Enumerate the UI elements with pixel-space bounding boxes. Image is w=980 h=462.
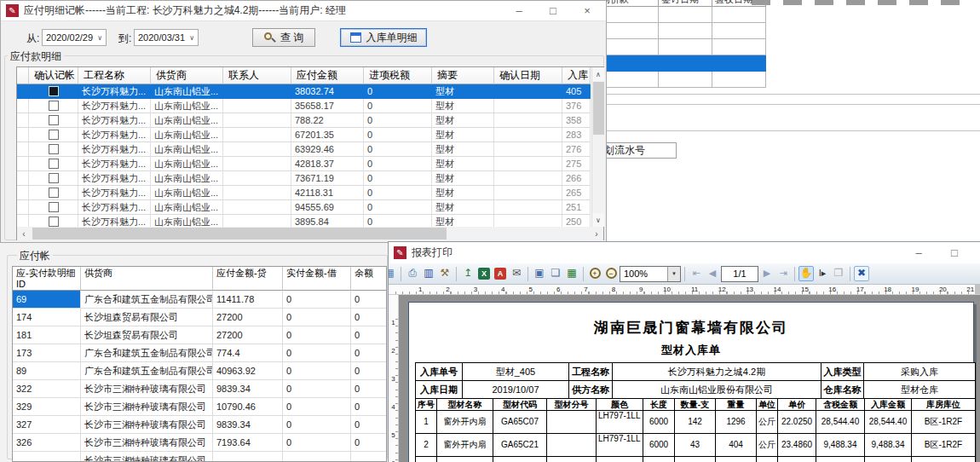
export-grid-icon[interactable]: ▦ xyxy=(389,266,397,281)
column-header[interactable]: 进项税额 xyxy=(364,67,432,84)
confirm-checkbox[interactable] xyxy=(49,101,59,111)
column-header[interactable]: 工程名称 xyxy=(78,67,151,84)
table-row[interactable]: 329 长沙市三湘特种玻璃有限公司 10790.46 0 0 xyxy=(13,398,386,416)
table-row[interactable]: 181 长沙坦森贸易有限公司 27200 0 0 xyxy=(13,326,386,344)
background-column-header[interactable]: 验收日期 xyxy=(712,0,766,7)
background-column-header[interactable]: 签订日期 xyxy=(659,0,712,7)
column-header[interactable]: 应付金额 xyxy=(291,67,364,84)
table-row[interactable]: 长沙万科魅力... 山东南山铝业... 42818.37 0 型材 275 xyxy=(17,157,603,171)
zoom-level-select[interactable]: 100% ▼ xyxy=(620,266,681,282)
maximize-button[interactable]: □ xyxy=(536,1,570,21)
table-row[interactable]: 326 长沙市三湘特种玻璃有限公司 7193.64 0 0 xyxy=(13,434,386,452)
background-table-row[interactable] xyxy=(589,23,765,39)
text-select-tool-icon[interactable]: I▸ xyxy=(815,266,830,281)
confirm-checkbox[interactable] xyxy=(49,86,59,96)
from-date-select[interactable]: 2020/02/29 ∨ xyxy=(42,29,107,46)
confirm-checkbox[interactable] xyxy=(49,130,59,140)
table-row[interactable]: 长沙万科魅力... 山东南山铝业... 94555.69 0 型材 251 xyxy=(17,200,603,215)
confirm-checkbox[interactable] xyxy=(49,173,59,183)
query-button[interactable]: 查 询 xyxy=(252,28,315,47)
hand-tool-icon[interactable]: ✋ xyxy=(798,266,814,281)
close-button[interactable]: × xyxy=(570,1,604,21)
vertical-scrollbar[interactable]: ∧ ∨ xyxy=(591,67,604,227)
background-table-row[interactable] xyxy=(589,39,765,55)
scroll-left-icon[interactable]: ‹ xyxy=(17,227,31,240)
table-row[interactable]: 长沙万科魅力... 山东南山铝业... 788.22 0 型材 358 xyxy=(17,113,603,128)
horizontal-scrollbar[interactable]: ‹ › xyxy=(17,227,603,240)
title-bar[interactable]: ✎ 应付明细记帐------当前工程: 长沙万科魅力之城4.2期------当前… xyxy=(1,1,606,21)
column-header[interactable]: 余额 xyxy=(351,267,387,291)
amount-cell: 63929.46 xyxy=(291,142,364,157)
print-icon[interactable]: ⎙ xyxy=(405,266,420,281)
next-page-button[interactable]: ▶ xyxy=(759,266,775,281)
table-row[interactable]: 长沙市三湘特种玻璃有限公司 xyxy=(13,452,386,462)
confirm-checkbox[interactable] xyxy=(49,115,59,125)
scrollbar-thumb[interactable] xyxy=(593,82,604,135)
data-grid-icon[interactable]: ▦ xyxy=(564,266,579,281)
previous-page-button[interactable]: ◀ xyxy=(705,266,720,281)
column-header[interactable]: 应付金额-贷 xyxy=(213,267,283,291)
inbound-detail-button[interactable]: 入库单明细 xyxy=(340,28,427,47)
zoom-in-icon[interactable]: + xyxy=(587,266,602,281)
detail-column-header: 单价 xyxy=(778,399,816,411)
last-page-button[interactable]: ⇥ xyxy=(775,266,791,281)
column-header[interactable]: 摘要 xyxy=(432,67,494,84)
first-page-button[interactable]: ⇤ xyxy=(689,266,704,281)
minimize-button[interactable]: – xyxy=(502,1,536,21)
column-header[interactable]: 供货商 xyxy=(81,267,213,291)
minimize-button[interactable]: – xyxy=(902,243,936,263)
maximize-button[interactable]: □ xyxy=(937,243,971,263)
row-header xyxy=(17,186,29,200)
book-icon[interactable]: ▥ xyxy=(421,266,436,281)
title-bar[interactable]: ✎ 报表打印 – □ × xyxy=(389,242,980,263)
page-setup-icon[interactable]: ❏ xyxy=(548,266,563,281)
pdf-export-icon[interactable]: A xyxy=(493,266,508,281)
close-button[interactable]: × xyxy=(971,243,980,263)
settings-tools-icon[interactable]: ⚒ xyxy=(437,266,453,281)
copy-icon[interactable]: ❐ xyxy=(831,266,846,281)
close-preview-icon[interactable]: ✖ xyxy=(854,266,869,281)
table-row[interactable]: 长沙万科魅力... 山东南山铝业... 38032.74 0 型材 405 xyxy=(17,84,603,99)
table-row[interactable]: 69 广东合和建筑五金制品有限公司 11411.78 0 0 xyxy=(13,291,386,309)
table-row[interactable]: 长沙万科魅力... 山东南山铝业... 67201.35 0 型材 283 xyxy=(17,128,603,142)
mail-icon[interactable]: ✉ xyxy=(509,266,524,281)
column-header[interactable]: 确认日期 xyxy=(494,67,562,84)
table-row[interactable]: 长沙万科魅力... 山东南山铝业... 63929.46 0 型材 276 xyxy=(17,142,603,157)
scroll-right-icon[interactable]: › xyxy=(590,227,603,240)
table-row[interactable]: 327 长沙市三湘特种玻璃有限公司 9839.34 0 0 xyxy=(13,416,386,434)
confirm-checkbox[interactable] xyxy=(49,188,59,198)
background-table-row[interactable] xyxy=(589,72,765,88)
column-header[interactable]: 应-实付款明细ID xyxy=(13,267,81,291)
dropdown-arrow-icon[interactable]: ▼ xyxy=(667,267,680,281)
scrollbar-thumb[interactable] xyxy=(32,228,447,240)
table-row[interactable]: 长沙万科魅力... 山东南山铝业... 35658.17 0 型材 376 xyxy=(17,99,603,113)
table-row[interactable]: 322 长沙市三湘特种玻璃有限公司 9839.34 0 0 xyxy=(13,380,386,398)
column-header[interactable]: 联系人 xyxy=(223,67,291,84)
page-indicator-input[interactable]: 1/1 xyxy=(721,266,758,282)
column-header[interactable]: 确认记帐 xyxy=(29,67,78,84)
background-table-row[interactable] xyxy=(589,7,765,23)
excel-export-icon[interactable]: X xyxy=(476,266,492,281)
export-icon[interactable]: ↥ xyxy=(460,266,476,281)
balance-cell: 0 xyxy=(351,434,387,452)
save-icon[interactable]: ▣ xyxy=(532,266,547,281)
zoom-out-icon[interactable]: − xyxy=(603,266,619,281)
scroll-up-icon[interactable]: ∧ xyxy=(592,67,604,81)
confirm-checkbox[interactable] xyxy=(49,202,59,212)
confirm-checkbox[interactable] xyxy=(49,217,59,227)
table-row[interactable]: 长沙万科魅力... 山东南山铝业... 42118.31 0 型材 265 xyxy=(17,186,603,200)
report-preview-area[interactable]: 123456 湖南巨晟门窗幕墙有限公司 型材入库单 入库单号型材_405工程名称… xyxy=(389,295,980,462)
table-row[interactable]: 长沙万科魅力... 山东南山铝业... 3895.84 0 型材 250 xyxy=(17,215,603,228)
column-header[interactable]: 实付金额-借 xyxy=(283,267,351,291)
background-table-row[interactable] xyxy=(589,55,765,72)
table-row[interactable]: 174 长沙坦森贸易有限公司 27200 0 0 xyxy=(13,309,386,326)
confirm-checkbox[interactable] xyxy=(49,159,59,169)
to-date-select[interactable]: 2020/03/31 ∨ xyxy=(134,29,199,46)
table-row[interactable]: 173 广东合和建筑五金制品有限公司 774.4 0 0 xyxy=(13,344,386,362)
confirm-checkbox[interactable] xyxy=(49,144,59,154)
table-row[interactable]: 长沙万科魅力... 山东南山铝业... 73671.19 0 型材 266 xyxy=(17,171,603,186)
scroll-down-icon[interactable]: ∨ xyxy=(592,213,604,227)
column-header[interactable]: 供货商 xyxy=(151,67,223,84)
column-header[interactable]: 入库 xyxy=(562,67,591,84)
table-row[interactable]: 89 广东合和建筑五金制品有限公司 40963.92 0 0 xyxy=(13,362,386,380)
